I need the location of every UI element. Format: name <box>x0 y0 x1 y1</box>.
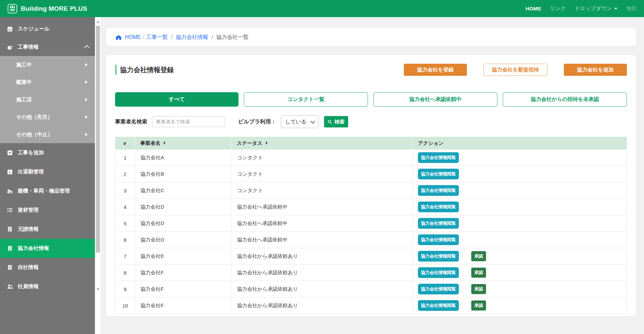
sidebar-item-add-construction[interactable]: 工事を追加 <box>0 143 95 162</box>
scroll-up-arrow-icon[interactable] <box>96 20 100 23</box>
status-cell: コンタクト <box>232 166 413 182</box>
approve-button[interactable]: 承認 <box>471 284 486 294</box>
status-cell: 協力会社へ承認依頼中 <box>232 199 413 215</box>
sidebar-item-attendance[interactable]: 出退勤管理 <box>0 162 95 181</box>
breadcrumb-separator: / <box>171 34 172 40</box>
register-company-button[interactable]: 協力会社を登録 <box>404 64 467 76</box>
breadcrumb-separator: / <box>211 34 213 40</box>
status-cell: 協力会社へ承認依頼中 <box>232 215 413 231</box>
sidebar-item-own-company[interactable]: 自社情報 <box>0 258 95 277</box>
brand[interactable]: Building MORE PLUS <box>7 4 87 14</box>
breadcrumb-parent-link[interactable]: 協力会社情報 <box>176 34 208 41</box>
status-cell: 協力会社へ承認依頼中 <box>232 232 413 248</box>
table-row: 9 協力会社F 協力会社から承認依頼あり 協力会社情報閲覧 承認 <box>115 281 627 297</box>
business-name-cell: 協力会社D <box>135 232 232 248</box>
sort-icon[interactable]: ▲▼ <box>265 142 268 145</box>
business-name-input[interactable] <box>152 116 225 127</box>
sidebar-item-label: 工事を追加 <box>18 149 44 156</box>
sort-icon[interactable]: ▲▼ <box>163 142 166 145</box>
scroll-down-arrow-icon[interactable] <box>96 287 100 291</box>
row-number: 2 <box>115 166 135 182</box>
column-header-name[interactable]: 事業者名 ▲▼ <box>135 137 231 150</box>
sidebar-item-employees[interactable]: 社員情報 <box>0 277 95 296</box>
title-row: 協力会社情報登録 協力会社を登録 協力会社を新規招待 協力会社を追加 <box>115 64 627 76</box>
status-cell: コンタクト <box>232 182 413 199</box>
top-nav: HOME リンク ドロップダウン 無効 <box>526 5 637 12</box>
tab-contact-list[interactable]: コンタクト一覧 <box>244 92 368 107</box>
status-cell: 協力会社から承認依頼あり <box>232 248 413 264</box>
row-number: 3 <box>115 182 135 199</box>
view-company-info-button[interactable]: 協力会社情報閲覧 <box>418 185 459 196</box>
table-header-row: # 事業者名 ▲▼ ステータス ▲▼ アクション <box>115 137 627 150</box>
view-company-info-button[interactable]: 協力会社情報閲覧 <box>418 218 459 229</box>
sidebar-item-label: 協力会社情報 <box>18 245 49 252</box>
page-title: 協力会社情報登録 <box>120 65 174 74</box>
table-row: 7 協力会社E 協力会社から承認依頼あり 協力会社情報閲覧 承認 <box>115 248 627 265</box>
nav-dropdown[interactable]: ドロップダウン <box>575 5 618 12</box>
status-cell: 協力会社から承認依頼あり <box>232 265 413 281</box>
calendar-check-icon <box>7 169 13 175</box>
arrow-right-icon <box>85 63 88 66</box>
tab-all[interactable]: すべて <box>115 92 238 107</box>
approve-button[interactable]: 承認 <box>471 300 486 311</box>
add-company-button[interactable]: 協力会社を追加 <box>564 64 627 76</box>
table-body: 1 協力会社A コンタクト 協力会社情報閲覧 2 協力会社B コンタクト 協力会… <box>115 150 627 314</box>
view-company-info-button[interactable]: 協力会社情報閲覧 <box>418 152 459 163</box>
row-number: 9 <box>115 281 135 297</box>
view-company-info-button[interactable]: 協力会社情報閲覧 <box>418 251 459 262</box>
home-icon[interactable] <box>115 34 122 41</box>
business-name-cell: 協力会社E <box>135 248 232 264</box>
nav-home[interactable]: HOME <box>526 6 541 12</box>
breadcrumb: HOME：工事一覧 / 協力会社情報 / 協力会社一覧 <box>106 28 636 46</box>
submenu-item-completed[interactable]: 施工済 <box>0 91 95 108</box>
column-header-status[interactable]: ステータス ▲▼ <box>231 137 413 150</box>
view-company-info-button[interactable]: 協力会社情報閲覧 <box>418 202 459 212</box>
sidebar-item-label: 出退勤管理 <box>18 168 44 175</box>
tab-invitation-unapproved[interactable]: 協力会社からの招待を未承認 <box>503 92 627 107</box>
sidebar-item-prime-contractor[interactable]: 元請情報 <box>0 220 95 239</box>
invite-company-button[interactable]: 協力会社を新規招待 <box>483 64 547 76</box>
nav-link[interactable]: リンク <box>550 5 566 12</box>
breadcrumb-current: 協力会社一覧 <box>216 34 249 41</box>
table-row: 10 協力会社F 協力会社から承認依頼あり 協力会社情報閲覧 承認 <box>115 297 627 314</box>
table-row: 5 協力会社D 協力会社へ承認依頼中 協力会社情報閲覧 <box>115 215 627 232</box>
sidebar-scrollbar[interactable] <box>95 17 101 334</box>
app-header: Building MORE PLUS HOME リンク ドロップダウン 無効 <box>0 0 644 17</box>
business-name-cell: 協力会社F <box>135 281 232 297</box>
building-icon <box>7 245 13 252</box>
bilpla-select[interactable]: している <box>281 115 319 128</box>
view-company-info-button[interactable]: 協力会社情報閲覧 <box>418 234 459 245</box>
table-row: 3 協力会社C コンタクト 協力会社情報閲覧 <box>115 182 627 199</box>
view-company-info-button[interactable]: 協力会社情報閲覧 <box>418 300 459 311</box>
submenu-item-other-cancelled[interactable]: その他（中止） <box>0 126 95 143</box>
sidebar-item-schedule[interactable]: スケジュール <box>0 20 95 38</box>
sidebar-item-partner-companies[interactable]: 協力会社情報 <box>0 239 95 258</box>
view-company-info-button[interactable]: 協力会社情報閲覧 <box>418 169 459 179</box>
companies-table: # 事業者名 ▲▼ ステータス ▲▼ アクション 1 協力会社A コンタクト 協… <box>115 137 627 314</box>
scrollbar-thumb[interactable] <box>96 26 100 253</box>
approve-button[interactable]: 承認 <box>471 251 486 261</box>
sidebar-item-equipment[interactable]: 建機・車両・備品管理 <box>0 181 95 201</box>
view-company-info-button[interactable]: 協力会社情報閲覧 <box>418 267 459 278</box>
business-name-cell: 協力会社D <box>135 199 232 215</box>
approve-button[interactable]: 承認 <box>471 268 486 278</box>
arrow-right-icon <box>85 133 88 136</box>
search-button[interactable]: 検索 <box>324 116 348 127</box>
status-cell: 協力会社から承認依頼あり <box>232 281 413 297</box>
main-area: HOME：工事一覧 / 協力会社情報 / 協力会社一覧 協力会社情報登録 協力会… <box>101 17 644 334</box>
submenu-item-other-lost[interactable]: その他（失注） <box>0 108 95 126</box>
sidebar-item-label: 社員情報 <box>18 283 39 290</box>
building-icon <box>7 226 13 232</box>
sidebar-item-materials[interactable]: 資材管理 <box>0 201 95 220</box>
sidebar-item-construction-info[interactable]: 工事情報 <box>0 38 95 56</box>
filter-tabs: すべて コンタクト一覧 協力会社へ承認依頼中 協力会社からの招待を未承認 <box>115 92 627 107</box>
view-company-info-button[interactable]: 協力会社情報閲覧 <box>418 284 459 294</box>
submenu-item-estimating[interactable]: 概算中 <box>0 73 95 91</box>
breadcrumb-home-link[interactable]: HOME：工事一覧 <box>125 34 168 41</box>
list-icon <box>7 207 13 213</box>
tab-approval-requested[interactable]: 協力会社へ承認依頼中 <box>373 92 497 107</box>
sidebar: スケジュール 工事情報 施工中 概算中 施工済 その他（失注） その他（中止） … <box>0 17 95 334</box>
submenu-item-in-progress[interactable]: 施工中 <box>0 56 95 73</box>
calendar-icon <box>7 26 13 32</box>
row-number: 8 <box>115 265 135 281</box>
